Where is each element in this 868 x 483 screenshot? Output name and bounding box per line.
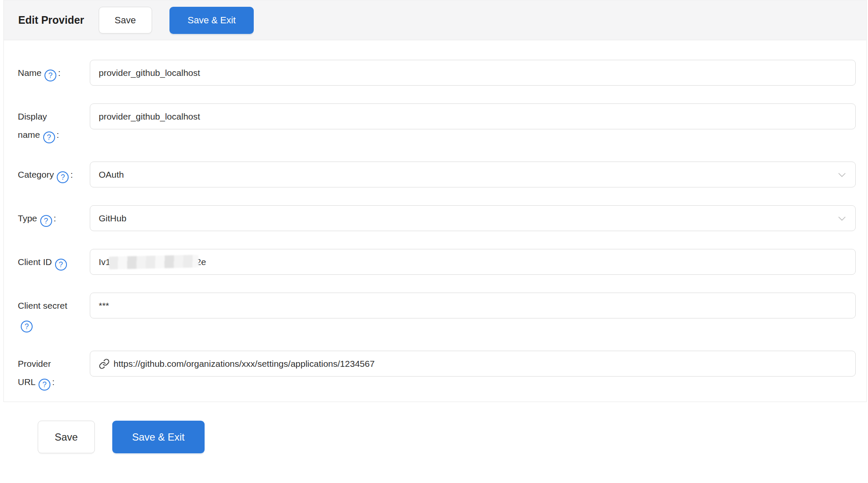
name-label: Name?: bbox=[18, 60, 86, 82]
save-and-exit-button[interactable]: Save & Exit bbox=[169, 7, 254, 34]
save-button[interactable]: Save bbox=[99, 7, 152, 34]
form-row-name: Name?: bbox=[18, 60, 856, 86]
page-title: Edit Provider bbox=[18, 14, 84, 26]
display-name-label: Display name?: bbox=[18, 103, 86, 144]
help-icon[interactable]: ? bbox=[43, 131, 55, 143]
form-row-display-name: Display name?: bbox=[18, 103, 856, 144]
type-selected-value: GitHub bbox=[99, 213, 126, 223]
save-button[interactable]: Save bbox=[38, 421, 95, 453]
redacted-blur-overlay bbox=[109, 254, 199, 269]
provider-url-label: Provider URL?: bbox=[18, 351, 86, 391]
help-icon[interactable]: ? bbox=[57, 171, 69, 183]
form-row-category: Category?: OAuth bbox=[18, 162, 856, 187]
category-select[interactable]: OAuth bbox=[90, 162, 856, 187]
category-label: Category?: bbox=[18, 162, 86, 184]
help-icon[interactable]: ? bbox=[44, 70, 56, 81]
provider-form: Name?: Display name?: Category?: OAuth bbox=[4, 40, 866, 402]
save-and-exit-button[interactable]: Save & Exit bbox=[112, 421, 205, 453]
name-input[interactable] bbox=[90, 60, 856, 86]
client-secret-label: Client secret? bbox=[18, 293, 86, 333]
form-row-client-id: Client ID? Iv12e bbox=[18, 249, 856, 275]
display-name-input[interactable] bbox=[90, 103, 856, 129]
form-row-type: Type?: GitHub bbox=[18, 205, 856, 231]
edit-provider-card: Edit Provider Save Save & Exit Name?: Di… bbox=[3, 0, 867, 402]
help-icon[interactable]: ? bbox=[39, 379, 50, 391]
help-icon[interactable]: ? bbox=[40, 215, 52, 227]
client-id-label: Client ID? bbox=[18, 249, 86, 271]
form-row-provider-url: Provider URL?: https://github.com/organi… bbox=[18, 351, 856, 391]
footer-actions: Save Save & Exit bbox=[0, 421, 868, 453]
chevron-down-icon bbox=[837, 170, 846, 179]
card-header: Edit Provider Save Save & Exit bbox=[4, 0, 866, 40]
client-id-input[interactable]: Iv12e bbox=[90, 249, 856, 275]
help-icon[interactable]: ? bbox=[55, 259, 67, 271]
form-row-client-secret: Client secret? bbox=[18, 293, 856, 333]
provider-url-input[interactable]: https://github.com/organizations/xxx/set… bbox=[90, 351, 856, 377]
type-label: Type?: bbox=[18, 205, 86, 227]
client-secret-input[interactable] bbox=[90, 293, 856, 318]
link-icon bbox=[99, 358, 110, 369]
chevron-down-icon bbox=[837, 214, 846, 223]
provider-url-value: https://github.com/organizations/xxx/set… bbox=[114, 359, 374, 369]
category-selected-value: OAuth bbox=[99, 170, 124, 180]
type-select[interactable]: GitHub bbox=[90, 205, 856, 231]
help-icon[interactable]: ? bbox=[21, 321, 33, 332]
